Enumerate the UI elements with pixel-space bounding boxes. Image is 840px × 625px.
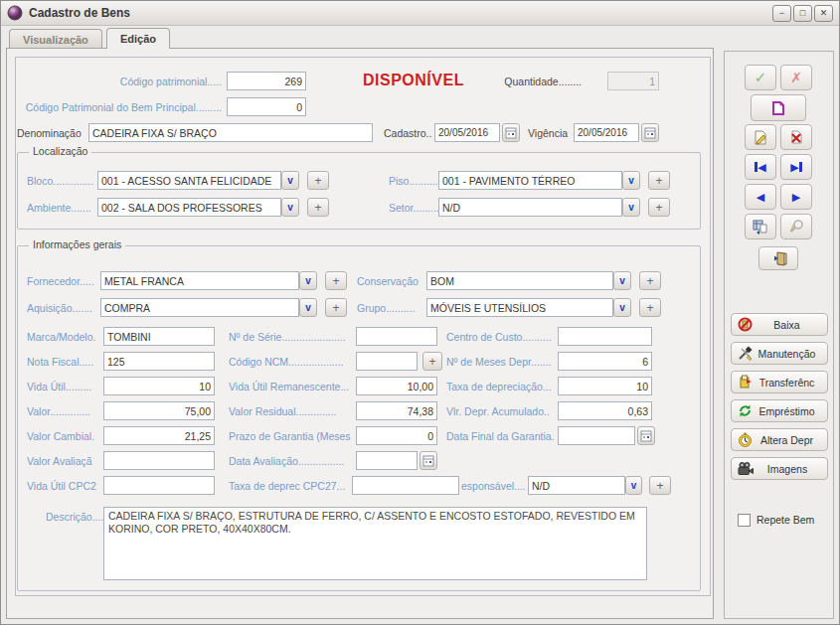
baixa-button[interactable]: Baixa: [731, 313, 828, 336]
fornecedor-combobox[interactable]: METAL FRANCA: [100, 271, 299, 290]
delete-document-icon: [788, 129, 804, 145]
fornecedor-add-button[interactable]: +: [325, 271, 347, 290]
cancel-button[interactable]: ✗: [780, 65, 812, 90]
nota-fiscal-field[interactable]: 125: [103, 352, 215, 371]
setor-combobox[interactable]: N/D: [438, 198, 622, 217]
descricao-textarea[interactable]: CADEIRA FIXA S/ BRAÇO, ESTRUTURA DE FERR…: [103, 507, 647, 580]
aquisicao-add-button[interactable]: +: [325, 298, 347, 317]
cadastro-date-field[interactable]: 20/05/2016: [434, 123, 500, 142]
bloco-dropdown-button[interactable]: v: [281, 171, 299, 190]
valor-residual-label: Valor Residual..............: [229, 405, 336, 417]
exit-button[interactable]: [758, 246, 798, 270]
valor-field[interactable]: 75,00: [103, 401, 215, 420]
next-record-button[interactable]: ▶: [780, 184, 812, 210]
vida-util-remanescente-field[interactable]: 10,00: [356, 377, 437, 395]
manutencao-button[interactable]: Manutenção: [731, 342, 828, 365]
confirm-button[interactable]: ✓: [745, 65, 776, 90]
responsavel-combobox[interactable]: N/D: [528, 476, 625, 495]
repete-bem-checkbox[interactable]: [738, 514, 751, 527]
conservacao-dropdown-button[interactable]: v: [613, 271, 631, 290]
setor-dropdown-button[interactable]: v: [622, 198, 640, 217]
codigo-ncm-field[interactable]: [356, 352, 418, 371]
vigencia-date-field[interactable]: 20/05/2016: [574, 123, 639, 142]
close-button[interactable]: ✕: [814, 5, 833, 22]
quantidade-field: 1: [607, 72, 659, 90]
meses-depr-field[interactable]: 6: [558, 352, 652, 371]
vida-util-cpc2-field[interactable]: [103, 476, 215, 495]
informacoes-gerais-title: Informações gerais: [29, 238, 125, 250]
vida-util-field[interactable]: 10: [103, 377, 215, 395]
status-badge: DISPONÍVEL: [363, 72, 464, 89]
tools-icon: [738, 346, 753, 361]
data-final-garantia-calendar-button[interactable]: [637, 426, 655, 445]
transferencia-button[interactable]: Transferênc: [731, 371, 828, 393]
grupo-dropdown-button[interactable]: v: [613, 298, 631, 317]
prazo-garantia-field[interactable]: 0: [356, 426, 437, 445]
imagens-button[interactable]: Imagens: [731, 457, 828, 480]
ambiente-add-button[interactable]: +: [307, 198, 329, 217]
valor-avaliacao-field[interactable]: [103, 451, 215, 470]
codigo-ncm-label: Código NCM...................: [229, 356, 344, 368]
responsavel-add-button[interactable]: +: [649, 476, 671, 495]
ambiente-dropdown-button[interactable]: v: [281, 198, 299, 217]
data-final-garantia-field[interactable]: [558, 426, 635, 445]
codigo-patrimonial-field[interactable]: 269: [227, 72, 306, 90]
conservacao-add-button[interactable]: +: [639, 271, 661, 290]
aquisicao-dropdown-button[interactable]: v: [299, 298, 317, 317]
bloco-combobox[interactable]: 001 - ACESSO SANTA FELICIDADE: [97, 171, 281, 190]
browse-records-button[interactable]: [745, 214, 776, 239]
centro-custo-field[interactable]: [558, 327, 652, 346]
taxa-depreciacao-field[interactable]: 10: [558, 377, 652, 395]
numero-serie-field[interactable]: [356, 327, 437, 346]
marca-modelo-field[interactable]: TOMBINI: [103, 327, 215, 346]
denominacao-field[interactable]: CADEIRA FIXA S/ BRAÇO: [88, 123, 373, 142]
responsavel-dropdown-button[interactable]: v: [625, 476, 642, 495]
grid-page-icon: [753, 219, 768, 234]
conservacao-combobox[interactable]: BOM: [426, 271, 613, 290]
emprestimo-label: Empréstimo: [753, 405, 821, 417]
piso-combobox[interactable]: 001 - PAVIMENTO TÉRREO: [438, 171, 622, 190]
baixa-label: Baixa: [753, 319, 821, 331]
vigencia-calendar-button[interactable]: [641, 123, 659, 142]
valor-cambial-field[interactable]: 21,25: [103, 426, 215, 445]
numero-serie-label: Nº de Série......................: [229, 331, 346, 343]
data-avaliacao-calendar-button[interactable]: [420, 451, 437, 470]
emprestimo-button[interactable]: Empréstimo: [731, 399, 828, 422]
x-icon: ✗: [790, 70, 802, 85]
minimize-button[interactable]: −: [772, 5, 791, 22]
codigo-bem-principal-field[interactable]: 0: [227, 97, 306, 116]
vlr-depr-acumulado-field[interactable]: 0,63: [558, 401, 652, 420]
valor-residual-field[interactable]: 74,38: [356, 401, 437, 420]
aquisicao-combobox[interactable]: COMPRA: [100, 298, 299, 317]
delete-record-button[interactable]: [780, 124, 812, 150]
first-record-button[interactable]: ◀: [745, 154, 776, 180]
last-record-button[interactable]: ▶: [780, 154, 812, 180]
search-button[interactable]: [780, 214, 812, 239]
altera-depr-label: Altera Depr: [753, 434, 821, 446]
taxa-deprec-cpc27-field[interactable]: [352, 476, 459, 495]
check-icon: ✓: [755, 69, 767, 86]
new-record-button[interactable]: [751, 94, 806, 121]
previous-record-button[interactable]: ◀: [745, 184, 776, 210]
edit-record-button[interactable]: [745, 124, 776, 150]
localizacao-groupbox: Localização: [17, 152, 701, 230]
localizacao-title: Localização: [29, 145, 91, 157]
cadastro-calendar-button[interactable]: [502, 123, 520, 142]
maximize-button[interactable]: □: [793, 5, 812, 22]
app-icon: [7, 5, 23, 21]
tab-edicao[interactable]: Edição: [106, 28, 170, 49]
grupo-combobox[interactable]: MÓVEIS E UTENSÍLIOS: [426, 298, 613, 317]
ambiente-combobox[interactable]: 002 - SALA DOS PROFESSORES: [97, 198, 281, 217]
setor-add-button[interactable]: +: [648, 198, 670, 217]
meses-depr-label: Nº de Meses Depr.......: [446, 356, 551, 368]
altera-depr-button[interactable]: Altera Depr: [731, 428, 828, 451]
grupo-add-button[interactable]: +: [639, 298, 661, 317]
piso-dropdown-button[interactable]: v: [622, 171, 640, 190]
piso-add-button[interactable]: +: [648, 171, 670, 190]
codigo-ncm-add-button[interactable]: +: [422, 352, 442, 371]
bloco-add-button[interactable]: +: [307, 171, 329, 190]
data-avaliacao-field[interactable]: [356, 451, 418, 470]
tab-visualizacao[interactable]: Visualização: [9, 29, 102, 49]
loan-arrows-icon: [738, 403, 753, 418]
fornecedor-dropdown-button[interactable]: v: [299, 271, 317, 290]
